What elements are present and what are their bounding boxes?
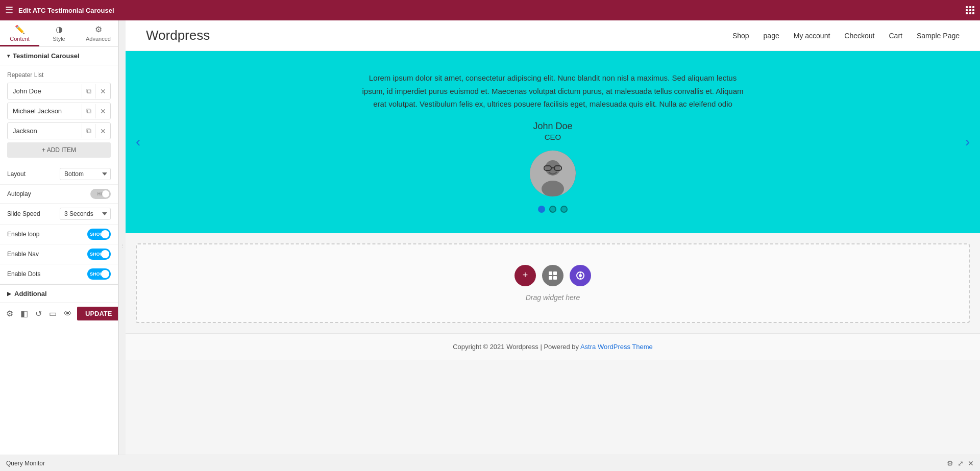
- add-item-button[interactable]: + ADD ITEM: [7, 142, 111, 158]
- item-actions: ⧉ ✕: [82, 123, 110, 138]
- delete-item-button[interactable]: ✕: [95, 84, 110, 98]
- toggle-knob: [101, 250, 109, 258]
- nav-link-my-account[interactable]: My account: [794, 32, 830, 40]
- responsive-button[interactable]: ▭: [47, 307, 59, 320]
- layout-control: Layout Bottom Top Left Right: [0, 164, 118, 185]
- tab-content-label: Content: [10, 36, 30, 42]
- delete-item-button[interactable]: ✕: [95, 104, 110, 118]
- enable-nav-control: Enable Nav SHOW: [0, 244, 118, 264]
- duplicate-item-button[interactable]: ⧉: [82, 84, 95, 98]
- footer-link[interactable]: Astra WordPress Theme: [580, 343, 653, 351]
- svg-rect-6: [549, 271, 552, 275]
- enable-dots-label: Enable Dots: [7, 270, 87, 278]
- item-actions: ⧉ ✕: [82, 104, 110, 118]
- carousel-prev-button[interactable]: ‹: [131, 129, 145, 155]
- autoplay-knob: [102, 190, 109, 197]
- footer-text: Copyright © 2021 Wordpress | Powered by: [453, 343, 580, 351]
- nav-link-checkout[interactable]: Checkout: [844, 32, 874, 40]
- enable-nav-toggle[interactable]: SHOW: [87, 249, 111, 260]
- qm-expand-button[interactable]: ⤢: [958, 459, 964, 467]
- update-button[interactable]: UPDATE: [77, 307, 118, 320]
- enable-nav-label: Enable Nav: [7, 251, 87, 258]
- sidebar: ✏️ Content ◑ Style ⚙ Advanced ▾ Testimon…: [0, 20, 118, 471]
- enable-dots-toggle[interactable]: SHOW: [87, 268, 111, 280]
- slide-speed-value: 1 Second 2 Seconds 3 Seconds 4 Seconds 5…: [60, 208, 111, 220]
- sidebar-tabs: ✏️ Content ◑ Style ⚙ Advanced: [0, 20, 118, 47]
- tab-content[interactable]: ✏️ Content: [0, 20, 39, 46]
- autoplay-toggle[interactable]: HIDE: [90, 189, 111, 199]
- layout-label: Layout: [7, 170, 60, 178]
- qm-settings-button[interactable]: ⚙: [947, 459, 953, 467]
- widget-library-button[interactable]: [570, 265, 591, 286]
- dot-1[interactable]: [538, 206, 545, 213]
- enable-loop-toggle[interactable]: SHOW: [87, 229, 111, 240]
- testimonial-text: Lorem ipsum dolor sit amet, consectetur …: [359, 71, 747, 111]
- section-body: Repeater List John Doe ⧉ ✕ Michael Jacks…: [0, 65, 118, 164]
- slide-speed-select[interactable]: 1 Second 2 Seconds 3 Seconds 4 Seconds 5…: [60, 208, 111, 220]
- svg-point-2: [542, 181, 564, 196]
- preview-area: Wordpress Shop page My account Checkout …: [126, 20, 980, 471]
- author-avatar: [530, 151, 576, 196]
- resize-handle[interactable]: ⋮: [118, 20, 126, 471]
- content-icon: ✏️: [15, 24, 25, 34]
- nav-link-sample-page[interactable]: Sample Page: [917, 32, 960, 40]
- wp-navigation: Wordpress Shop page My account Checkout …: [126, 20, 980, 51]
- dot-2[interactable]: [549, 206, 556, 213]
- carousel-next-button[interactable]: ›: [960, 129, 975, 155]
- carousel-dots: [136, 206, 970, 213]
- topbar-title: Edit ATC Testimonial Carousel: [18, 7, 961, 14]
- autoplay-control: Autoplay HIDE: [0, 185, 118, 204]
- history-button[interactable]: ↺: [33, 307, 44, 320]
- list-item: Michael Jackson ⧉ ✕: [7, 103, 111, 119]
- duplicate-item-button[interactable]: ⧉: [82, 123, 95, 138]
- preview-button[interactable]: 👁: [62, 307, 74, 320]
- query-monitor-actions: ⚙ ⤢ ✕: [947, 459, 974, 467]
- section-title: Testimonial Carousel: [13, 52, 80, 60]
- additional-header[interactable]: ▶ Additional: [0, 285, 118, 303]
- list-item: Jackson ⧉ ✕: [7, 122, 111, 139]
- block-widget-button[interactable]: [542, 265, 564, 286]
- query-monitor-label: Query Monitor: [6, 460, 45, 467]
- sidebar-bottom-toolbar: ⚙ ◧ ↺ ▭ 👁 UPDATE ▾: [0, 303, 118, 324]
- main-layout: ✏️ Content ◑ Style ⚙ Advanced ▾ Testimon…: [0, 20, 980, 471]
- svg-rect-7: [553, 271, 557, 275]
- hamburger-icon[interactable]: ☰: [5, 5, 13, 16]
- slide-speed-label: Slide Speed: [7, 210, 60, 217]
- qm-close-button[interactable]: ✕: [968, 459, 974, 467]
- toggle-knob: [101, 230, 109, 238]
- svg-point-11: [579, 274, 582, 277]
- additional-section: ▶ Additional: [0, 284, 118, 303]
- section-header[interactable]: ▾ Testimonial Carousel: [0, 47, 118, 65]
- dot-3[interactable]: [560, 206, 568, 213]
- site-title: Wordpress: [146, 28, 732, 43]
- drag-text: Drag widget here: [526, 293, 580, 302]
- nav-links: Shop page My account Checkout Cart Sampl…: [732, 31, 960, 40]
- author-name: John Doe: [136, 121, 970, 132]
- delete-item-button[interactable]: ✕: [95, 124, 110, 138]
- nav-link-cart[interactable]: Cart: [889, 32, 902, 40]
- author-role: CEO: [136, 133, 970, 141]
- enable-loop-control: Enable loop SHOW: [0, 225, 118, 244]
- carousel-section: ‹ › Lorem ipsum dolor sit amet, consecte…: [126, 51, 980, 233]
- tab-style[interactable]: ◑ Style: [39, 20, 79, 46]
- duplicate-item-button[interactable]: ⧉: [82, 104, 95, 118]
- list-item: John Doe ⧉ ✕: [7, 83, 111, 100]
- layout-select[interactable]: Bottom Top Left Right: [60, 168, 111, 180]
- tab-advanced[interactable]: ⚙ Advanced: [79, 20, 118, 46]
- enable-loop-label: Enable loop: [7, 231, 87, 238]
- settings-button[interactable]: ⚙: [4, 307, 15, 320]
- tab-style-label: Style: [53, 36, 65, 42]
- nav-link-shop[interactable]: Shop: [732, 32, 749, 40]
- query-monitor-bar: Query Monitor ⚙ ⤢ ✕: [0, 455, 980, 471]
- tab-advanced-label: Advanced: [86, 36, 111, 42]
- layers-button[interactable]: ◧: [18, 307, 30, 320]
- repeater-label: Repeater List: [7, 71, 111, 79]
- item-name-michael-jackson: Michael Jackson: [8, 103, 82, 119]
- top-bar: ☰ Edit ATC Testimonial Carousel: [0, 0, 980, 20]
- add-widget-button[interactable]: +: [514, 265, 536, 286]
- testimonial-carousel-section: ▾ Testimonial Carousel Repeater List Joh…: [0, 47, 118, 284]
- style-icon: ◑: [56, 24, 63, 34]
- grid-icon[interactable]: [966, 6, 975, 14]
- nav-link-page[interactable]: page: [764, 32, 779, 40]
- widget-drop-zone: + D: [136, 243, 970, 323]
